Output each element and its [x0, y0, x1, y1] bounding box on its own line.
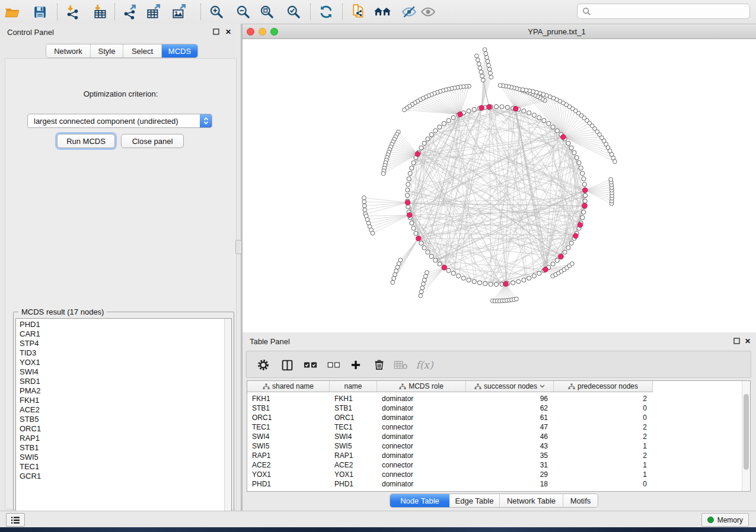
graph-node[interactable] [422, 282, 426, 286]
float-panel-icon[interactable] [212, 28, 221, 36]
tab-mcds[interactable]: MCDS [162, 44, 197, 57]
export-table-icon[interactable] [145, 4, 162, 20]
graph-node[interactable] [572, 150, 576, 155]
graph-node[interactable] [467, 109, 471, 113]
graph-node[interactable] [362, 200, 366, 204]
zoom-selected-icon[interactable] [285, 4, 302, 20]
graph-node[interactable] [500, 105, 504, 109]
graph-node[interactable] [551, 262, 555, 266]
add-column-icon[interactable] [347, 357, 364, 373]
graph-node[interactable] [555, 258, 559, 262]
mcds-result-item[interactable]: RAP1 [16, 434, 218, 443]
graph-node[interactable] [563, 250, 567, 254]
graph-node[interactable] [583, 193, 587, 197]
graph-node[interactable] [405, 193, 409, 197]
graph-node[interactable] [472, 280, 476, 284]
graph-node[interactable] [457, 274, 461, 278]
network-graph[interactable] [243, 39, 756, 332]
graph-node[interactable] [532, 274, 536, 278]
import-table-icon[interactable] [91, 4, 109, 20]
graph-node[interactable] [583, 199, 587, 203]
mcds-result-item[interactable]: STB5 [16, 415, 218, 424]
graph-node[interactable] [410, 166, 414, 170]
mcds-result-item[interactable]: ACE2 [16, 405, 218, 415]
graph-node[interactable] [494, 282, 498, 286]
graph-node[interactable] [392, 277, 396, 281]
graph-node[interactable] [429, 133, 433, 137]
graph-node[interactable] [371, 231, 375, 235]
graph-node[interactable] [426, 250, 430, 254]
float-table-panel-icon[interactable] [733, 337, 741, 345]
column-header-shared-name[interactable]: shared name [247, 381, 330, 392]
mcds-result-item[interactable]: SWI4 [16, 367, 218, 377]
graph-node[interactable] [433, 129, 438, 133]
task-history-button[interactable] [6, 513, 25, 527]
tab-edge-table[interactable]: Edge Table [449, 494, 500, 507]
graph-node[interactable] [410, 221, 414, 225]
graph-node[interactable] [489, 282, 493, 286]
graph-node[interactable] [477, 281, 481, 285]
tab-style[interactable]: Style [91, 44, 123, 57]
search-input[interactable] [591, 7, 736, 17]
mcds-result-item[interactable]: SWI5 [16, 453, 218, 462]
graph-node[interactable] [451, 116, 455, 120]
zoom-in-icon[interactable] [208, 4, 225, 20]
import-network-icon[interactable] [64, 4, 82, 20]
graph-node[interactable] [489, 75, 493, 79]
splitter-handle[interactable] [235, 240, 242, 254]
graph-node[interactable] [363, 208, 367, 212]
graph-node[interactable] [527, 276, 531, 280]
graph-node[interactable] [537, 271, 541, 275]
graph-node[interactable] [438, 125, 442, 129]
graph-node[interactable] [478, 66, 482, 70]
graph-node[interactable] [414, 231, 418, 235]
graph-node[interactable] [420, 286, 425, 290]
graph-node-mcds[interactable] [503, 281, 509, 287]
graph-node[interactable] [412, 226, 416, 230]
graph-node-mcds[interactable] [458, 112, 463, 117]
mcds-result-item[interactable]: YOX1 [16, 358, 218, 367]
table-row-STB1[interactable]: STB1STB1dominator620 [247, 403, 653, 413]
graph-node-mcds[interactable] [543, 267, 548, 273]
graph-node-mcds[interactable] [415, 152, 420, 157]
graph-node[interactable] [481, 78, 485, 82]
graph-node[interactable] [579, 166, 583, 170]
tab-select[interactable]: Select [123, 44, 162, 57]
maximize-window-icon[interactable] [270, 28, 278, 36]
deselect-all-icon[interactable] [326, 357, 342, 373]
graph-node[interactable] [476, 58, 480, 62]
close-panel-button[interactable]: Close panel [121, 134, 184, 148]
graph-node-mcds[interactable] [442, 265, 447, 270]
delete-column-icon[interactable] [371, 357, 387, 373]
tab-network[interactable]: Network [46, 44, 91, 57]
graph-node[interactable] [542, 118, 546, 123]
graph-node[interactable] [511, 281, 515, 285]
table-row-RAP1[interactable]: RAP1RAP1dominator352 [247, 451, 653, 460]
graph-node-mcds[interactable] [573, 233, 578, 239]
table-row-SWI5[interactable]: SWI5SWI5connector431 [247, 441, 653, 451]
graph-node[interactable] [406, 188, 410, 192]
table-vertical-scrollbar[interactable] [742, 381, 750, 491]
graph-node[interactable] [498, 84, 502, 88]
column-header-MCDS-role[interactable]: MCDS role [377, 381, 466, 392]
close-table-panel-icon[interactable]: ✕ [744, 337, 752, 345]
table-row-TEC1[interactable]: TEC1TEC1connector472 [247, 422, 653, 432]
hide-selected-icon[interactable] [400, 4, 418, 20]
graph-node[interactable] [487, 68, 492, 72]
graph-node[interactable] [426, 137, 430, 141]
graph-node[interactable] [438, 262, 442, 266]
graph-node[interactable] [582, 177, 586, 181]
graph-node[interactable] [419, 146, 423, 150]
graph-node[interactable] [551, 125, 555, 129]
graph-node[interactable] [515, 297, 519, 301]
graph-node[interactable] [522, 109, 526, 113]
graph-node[interactable] [393, 273, 397, 277]
graph-node[interactable] [566, 246, 570, 250]
mcds-result-item[interactable]: SRD1 [16, 377, 218, 386]
graph-node[interactable] [408, 171, 412, 175]
table-row-YOX1[interactable]: YOX1YOX1connector291 [247, 470, 653, 479]
graph-node[interactable] [461, 276, 465, 280]
node-table[interactable]: shared namenameMCDS rolesuccessor nodesp… [247, 380, 751, 492]
table-row-PHD1[interactable]: PHD1PHD1dominator180 [247, 479, 653, 489]
graph-node[interactable] [403, 108, 407, 112]
